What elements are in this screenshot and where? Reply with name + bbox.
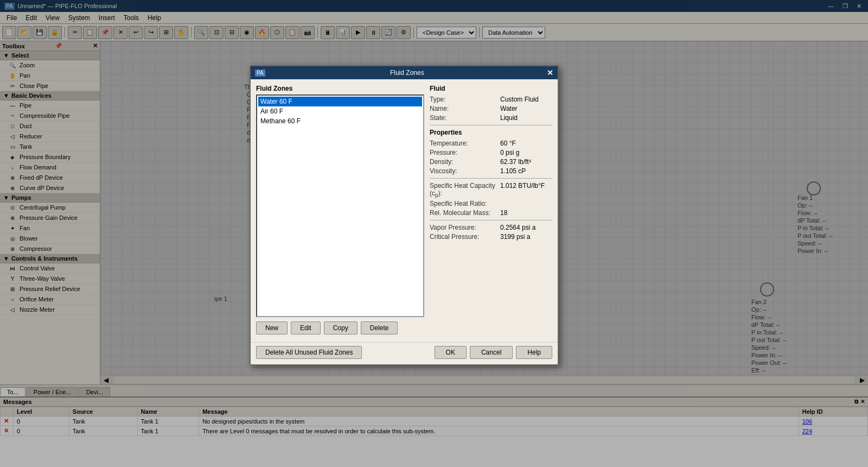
dialog-ok-btn[interactable]: OK	[435, 346, 467, 359]
critical-pressure-label: Critical Pressure:	[430, 233, 500, 241]
fluid-info-panel: Fluid Type: Custom Fluid Name: Water Sta…	[430, 85, 552, 335]
dialog-cancel-btn[interactable]: Cancel	[470, 346, 513, 359]
fluid-zone-methane60f[interactable]: Methane 60 F	[258, 116, 422, 126]
dialog-new-btn[interactable]: New	[256, 321, 288, 335]
specific-heat-cap-value: 1.012 BTU/lb°F	[500, 182, 552, 198]
fluid-name-label: Name:	[430, 105, 500, 112]
dialog-edit-btn[interactable]: Edit	[291, 321, 321, 335]
specific-heat-ratio-value	[500, 200, 552, 207]
pressure-value: 0 psi g	[500, 149, 552, 156]
fluid-zones-heading: Fluid Zones	[256, 85, 424, 92]
rel-mol-mass-row: Rel. Molecular Mass: 18	[430, 209, 552, 217]
dialog-content: Fluid Zones Water 60 F Air 60 F Methane …	[251, 79, 558, 340]
fluid-zone-air60f[interactable]: Air 60 F	[258, 106, 422, 116]
dialog-title-icon: PA	[255, 70, 265, 77]
density-label: Density:	[430, 158, 500, 166]
dialog-titlebar: PA Fluid Zones ✕	[251, 66, 558, 79]
rel-mol-mass-label: Rel. Molecular Mass:	[430, 209, 500, 217]
dialog-title-text: Fluid Zones	[390, 69, 424, 77]
fluid-divider	[430, 125, 552, 125]
density-value: 62.37 lb/ft³	[500, 158, 552, 166]
fluid-zones-dialog: PA Fluid Zones ✕ Fluid Zones Water 60 F …	[250, 65, 559, 365]
dialog-copy-btn[interactable]: Copy	[324, 321, 358, 335]
specific-heat-cap-row: Specific Heat Capacity (cp): 1.012 BTU/l…	[430, 182, 552, 198]
viscosity-label: Viscosity:	[430, 167, 500, 175]
props-divider2	[430, 220, 552, 220]
vapor-pressure-value: 0.2564 psi a	[500, 224, 552, 231]
fluid-zones-panel: Fluid Zones Water 60 F Air 60 F Methane …	[256, 85, 424, 335]
modal-overlay: PA Fluid Zones ✕ Fluid Zones Water 60 F …	[0, 0, 868, 467]
viscosity-row: Viscosity: 1.105 cP	[430, 167, 552, 175]
fluid-state-value: Liquid	[500, 114, 552, 122]
vapor-pressure-row: Vapor Pressure: 0.2564 psi a	[430, 224, 552, 231]
critical-pressure-value: 3199 psi a	[500, 233, 552, 241]
fluid-type-value: Custom Fluid	[500, 96, 552, 103]
specific-heat-ratio-label: Specific Heat Ratio:	[430, 200, 500, 207]
fluid-type-row: Type: Custom Fluid	[430, 96, 552, 103]
fluid-name-row: Name: Water	[430, 105, 552, 112]
dialog-help-btn[interactable]: Help	[516, 346, 552, 359]
dialog-close-btn[interactable]: ✕	[547, 68, 553, 77]
temp-value: 60 °F	[500, 140, 552, 147]
fluid-zone-water60f[interactable]: Water 60 F	[258, 97, 422, 106]
fluid-state-label: State:	[430, 114, 500, 122]
rel-mol-mass-value: 18	[500, 209, 552, 217]
critical-pressure-row: Critical Pressure: 3199 psi a	[430, 233, 552, 241]
dialog-delete-btn[interactable]: Delete	[361, 321, 398, 335]
fluid-state-row: State: Liquid	[430, 114, 552, 122]
density-row: Density: 62.37 lb/ft³	[430, 158, 552, 166]
vapor-pressure-label: Vapor Pressure:	[430, 224, 500, 231]
fluid-section-title: Fluid	[430, 85, 552, 92]
temp-row: Temperature: 60 °F	[430, 140, 552, 147]
properties-title: Properties	[430, 129, 552, 136]
fluid-name-value: Water	[500, 105, 552, 112]
specific-heat-cap-label: Specific Heat Capacity (cp):	[430, 182, 500, 198]
dialog-ok-buttons: OK Cancel Help	[435, 346, 552, 359]
fluid-zones-list[interactable]: Water 60 F Air 60 F Methane 60 F	[256, 94, 424, 317]
pressure-row: Pressure: 0 psi g	[430, 149, 552, 156]
temp-label: Temperature:	[430, 140, 500, 147]
specific-heat-ratio-row: Specific Heat Ratio:	[430, 200, 552, 207]
dialog-zone-buttons: New Edit Copy Delete	[256, 321, 424, 335]
fluid-type-label: Type:	[430, 96, 500, 103]
props-divider	[430, 178, 552, 179]
pressure-label: Pressure:	[430, 149, 500, 156]
dialog-bottom: Delete All Unused Fluid Zones OK Cancel …	[251, 342, 558, 364]
delete-all-btn[interactable]: Delete All Unused Fluid Zones	[256, 346, 362, 359]
viscosity-value: 1.105 cP	[500, 167, 552, 175]
